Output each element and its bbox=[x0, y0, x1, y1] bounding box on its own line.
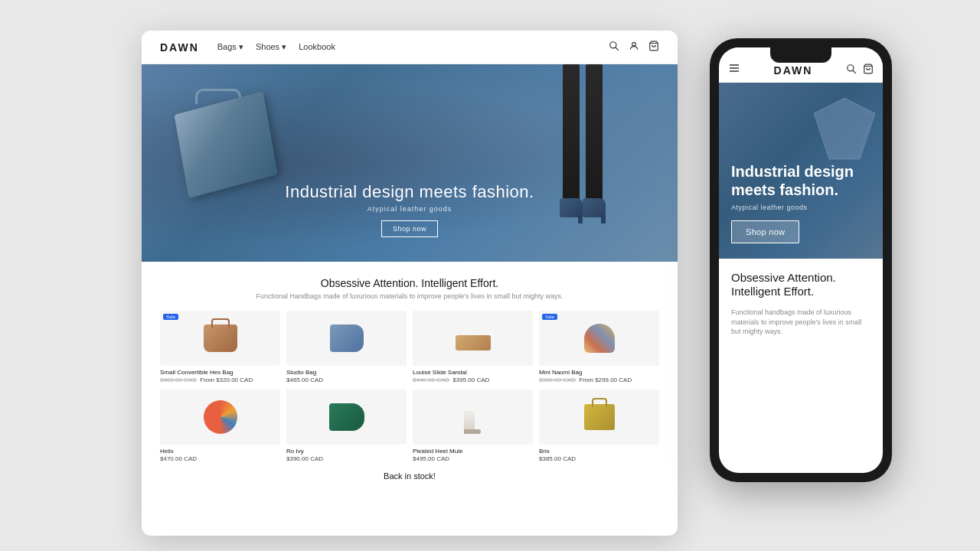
product-card[interactable]: Ro Ivy $390.00 CAD bbox=[286, 390, 407, 462]
hero-subtitle: Atypical leather goods bbox=[285, 205, 534, 213]
account-icon[interactable] bbox=[629, 41, 639, 54]
leg-left bbox=[563, 64, 580, 202]
product-name: Pleated Heel Mule bbox=[413, 448, 533, 455]
phone-hero-title: Industrial design meets fashion. bbox=[731, 162, 871, 199]
phone-cart-icon[interactable] bbox=[863, 64, 874, 77]
sale-badge: Sale bbox=[542, 314, 557, 320]
product-card[interactable]: Pleated Heel Mule $495.00 CAD bbox=[413, 390, 533, 462]
phone-products-heading: Obsessive Attention. Intelligent Effort. bbox=[731, 271, 871, 298]
nav-link-shoes[interactable]: Shoes ▾ bbox=[256, 42, 286, 52]
phone-hero-subtitle: Atypical leather goods bbox=[731, 204, 871, 211]
svg-point-0 bbox=[610, 42, 616, 48]
svg-line-1 bbox=[616, 47, 619, 51]
product-image: Sale bbox=[539, 311, 659, 366]
bag-geo-shape bbox=[174, 91, 277, 198]
product-card[interactable]: Helix $470.00 CAD bbox=[160, 390, 280, 462]
product-name: Louise Slide Sandal bbox=[413, 369, 533, 376]
product-price: $470.00 CAD bbox=[160, 455, 280, 462]
svg-point-2 bbox=[632, 42, 636, 46]
phone-logo: DAWN bbox=[740, 64, 846, 77]
bag-brown-image bbox=[204, 324, 237, 352]
product-image bbox=[413, 311, 533, 366]
product-price: $465.00 CAD bbox=[286, 377, 407, 383]
scene: DAWN Bags ▾ Shoes ▾ Lookbook bbox=[0, 0, 980, 551]
bag-geometric bbox=[180, 103, 287, 202]
hero-title: Industrial design meets fashion. bbox=[285, 182, 534, 202]
products-subheading: Functional Handbags made of luxurious ma… bbox=[160, 292, 659, 300]
phone-products-section: Obsessive Attention. Intelligent Effort.… bbox=[719, 259, 883, 349]
shoe-right bbox=[583, 198, 606, 217]
back-in-stock: Back in stock! bbox=[160, 462, 659, 484]
phone-products-subheading: Functional handbags made of luxurious ma… bbox=[731, 308, 871, 337]
products-heading: Obsessive Attention. Intelligent Effort. bbox=[160, 277, 659, 289]
phone-screen: Free shipping on orders over $150! DAWN bbox=[719, 47, 883, 473]
desktop-logo: DAWN bbox=[160, 41, 199, 54]
desktop-mockup: DAWN Bags ▾ Shoes ▾ Lookbook bbox=[142, 31, 678, 536]
phone-notch bbox=[770, 47, 831, 63]
shoe-left bbox=[560, 198, 583, 217]
phone-hero: Industrial design meets fashion. Atypica… bbox=[719, 83, 883, 259]
bag-tan-image bbox=[456, 335, 491, 350]
product-image bbox=[286, 311, 407, 366]
phone-hero-content: Industrial design meets fashion. Atypica… bbox=[731, 162, 871, 243]
product-price: $360.00 CAD From $299.00 CAD bbox=[539, 377, 659, 383]
products-grid: Sale Small Convertible Hex Bag $400.00 C… bbox=[160, 311, 659, 462]
product-name: Small Convertible Hex Bag bbox=[160, 369, 280, 376]
product-image bbox=[413, 390, 533, 445]
search-icon[interactable] bbox=[609, 41, 619, 54]
product-price: $440.00 CAD $395.00 CAD bbox=[413, 377, 533, 383]
svg-line-8 bbox=[853, 70, 856, 73]
hero-cta-button[interactable]: Shop now bbox=[381, 220, 438, 237]
bag-green-image bbox=[329, 403, 364, 431]
product-price: $390.00 CAD bbox=[286, 455, 407, 462]
nav-link-bags[interactable]: Bags ▾ bbox=[217, 42, 243, 52]
product-price: $495.00 CAD bbox=[413, 455, 533, 462]
cart-icon[interactable] bbox=[648, 41, 659, 54]
bag-blue-image bbox=[330, 324, 364, 352]
product-card[interactable]: Louise Slide Sandal $440.00 CAD $395.00 … bbox=[413, 311, 533, 383]
product-name: Ro Ivy bbox=[286, 448, 407, 455]
bag-multicolor-image bbox=[584, 324, 615, 353]
desktop-nav-links: Bags ▾ Shoes ▾ Lookbook bbox=[217, 42, 335, 52]
product-name: Mini Naomi Bag bbox=[539, 369, 659, 376]
product-name: Brix bbox=[539, 448, 659, 455]
phone-mockup: Free shipping on orders over $150! DAWN bbox=[710, 38, 892, 482]
leg-right bbox=[586, 64, 603, 202]
phone-hero-cta-button[interactable]: Shop now bbox=[731, 220, 799, 243]
product-card[interactable]: Sale Mini Naomi Bag $360.00 CAD From $29… bbox=[539, 311, 659, 383]
product-image bbox=[286, 390, 407, 445]
product-image bbox=[539, 390, 659, 445]
desktop-nav-icons bbox=[609, 41, 659, 54]
hamburger-icon[interactable] bbox=[728, 62, 740, 77]
bag-rainbow-image bbox=[204, 400, 237, 434]
bag-yellow-image bbox=[584, 404, 615, 430]
product-price: $385.00 CAD bbox=[539, 455, 659, 462]
product-card[interactable]: Sale Small Convertible Hex Bag $400.00 C… bbox=[160, 311, 280, 383]
desktop-navbar: DAWN Bags ▾ Shoes ▾ Lookbook bbox=[142, 31, 678, 64]
product-name: Helix bbox=[160, 448, 280, 455]
product-image bbox=[160, 390, 280, 445]
nav-link-lookbook[interactable]: Lookbook bbox=[299, 42, 335, 52]
product-name: Studio Bag bbox=[286, 369, 407, 376]
sale-badge: Sale bbox=[163, 314, 178, 320]
phone-search-icon[interactable] bbox=[846, 64, 857, 77]
svg-point-7 bbox=[848, 65, 854, 71]
legs-shape bbox=[563, 64, 624, 217]
product-price: $400.00 CAD From $320.00 CAD bbox=[160, 377, 280, 383]
phone-nav-icons bbox=[846, 64, 874, 77]
hero-content: Industrial design meets fashion. Atypica… bbox=[285, 182, 534, 237]
products-section: Obsessive Attention. Intelligent Effort.… bbox=[142, 262, 678, 499]
product-card[interactable]: Brix $385.00 CAD bbox=[539, 390, 659, 462]
product-image: Sale bbox=[160, 311, 280, 366]
desktop-hero: Industrial design meets fashion. Atypica… bbox=[142, 64, 678, 262]
product-card[interactable]: Studio Bag $465.00 CAD bbox=[286, 311, 407, 383]
bag-heels-image bbox=[458, 400, 488, 434]
